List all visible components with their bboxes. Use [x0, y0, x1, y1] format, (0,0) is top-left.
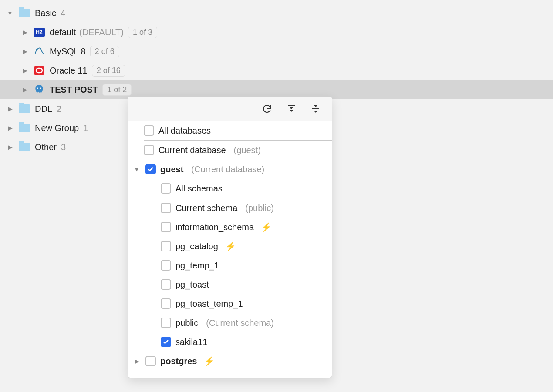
count-badge: 1 of 2	[102, 84, 132, 96]
checkbox[interactable]	[161, 222, 171, 232]
current-schema-row[interactable]: Current schema (public)	[128, 198, 332, 218]
row-label: public	[175, 318, 198, 328]
current-database-row[interactable]: Current database (guest)	[128, 141, 332, 160]
row-label: pg_temp_1	[175, 261, 219, 271]
checkbox[interactable]	[161, 241, 171, 251]
row-label: Current schema	[175, 203, 237, 213]
row-label: All schemas	[175, 184, 223, 194]
information-schema-row[interactable]: information_schema ⚡	[128, 218, 332, 237]
row-label: All databases	[158, 126, 211, 136]
popup-toolbar	[128, 97, 332, 121]
count-badge: 1 of 3	[128, 27, 157, 38]
lightning-icon: ⚡	[204, 356, 215, 366]
row-hint: (Current database)	[191, 164, 264, 174]
postgres-database-row[interactable]: ▶ postgres ⚡	[128, 352, 332, 371]
pg-catalog-row[interactable]: pg_catalog ⚡	[128, 237, 332, 256]
tree-item-mysql[interactable]: ▶ MySQL 8 2 of 6	[0, 42, 553, 61]
tree-label: TEST POST	[50, 85, 98, 95]
schema-selector-popup: All databases Current database (guest) ▼…	[128, 96, 332, 378]
chevron-right-icon[interactable]: ▶	[5, 123, 15, 133]
popup-list: All databases Current database (guest) ▼…	[128, 121, 332, 378]
lightning-icon: ⚡	[225, 241, 236, 251]
checkbox-checked[interactable]	[161, 337, 171, 347]
mysql-icon	[33, 45, 45, 57]
row-hint: (guest)	[234, 145, 261, 155]
collapse-all-icon[interactable]	[309, 102, 322, 115]
checkbox[interactable]	[161, 260, 171, 271]
chevron-right-icon[interactable]: ▶	[20, 85, 30, 94]
row-label: sakila11	[175, 337, 207, 347]
tree-label: MySQL 8	[50, 47, 86, 57]
tree-item-oracle[interactable]: ▶ Oracle 11 2 of 16	[0, 61, 553, 80]
tree-label: default	[50, 27, 76, 37]
checkbox[interactable]	[161, 318, 171, 328]
chevron-down-icon[interactable]: ▼	[5, 8, 15, 18]
item-count: 3	[61, 142, 66, 152]
row-label: pg_toast_temp_1	[175, 299, 243, 309]
pg-temp-1-row[interactable]: pg_temp_1	[128, 256, 332, 275]
row-label: postgres	[160, 356, 197, 366]
checkbox[interactable]	[144, 145, 154, 155]
folder-icon	[18, 122, 30, 134]
tree-item-default[interactable]: ▶ H2 default (DEFAULT) 1 of 3	[0, 23, 553, 42]
tree-label: Basic	[35, 8, 56, 18]
item-count: 4	[61, 8, 65, 18]
svg-point-3	[37, 87, 38, 89]
svg-point-4	[40, 87, 41, 89]
expand-all-icon[interactable]	[285, 102, 298, 115]
row-label: pg_toast	[175, 280, 209, 290]
pg-toast-temp-1-row[interactable]: pg_toast_temp_1	[128, 294, 332, 313]
svg-rect-5	[288, 105, 295, 106]
all-databases-row[interactable]: All databases	[128, 121, 332, 140]
row-hint: (public)	[245, 203, 274, 213]
item-count: 2	[57, 104, 61, 114]
svg-rect-1	[34, 66, 44, 75]
chevron-right-icon[interactable]: ▶	[20, 27, 30, 37]
svg-point-0	[36, 49, 37, 50]
chevron-right-icon[interactable]: ▶	[20, 66, 30, 75]
row-label: guest	[160, 164, 183, 174]
checkbox[interactable]	[145, 356, 156, 366]
pg-toast-row[interactable]: pg_toast	[128, 275, 332, 294]
chevron-right-icon[interactable]: ▶	[5, 142, 15, 152]
checkbox[interactable]	[161, 183, 171, 194]
tree-label: Other	[35, 142, 57, 152]
checkbox[interactable]	[161, 203, 171, 213]
lightning-icon: ⚡	[261, 222, 272, 232]
h2-icon: H2	[33, 26, 45, 38]
svg-rect-6	[312, 108, 319, 109]
folder-icon	[18, 103, 30, 115]
folder-icon	[18, 141, 30, 153]
refresh-icon[interactable]	[260, 102, 273, 115]
row-label: information_schema	[175, 222, 254, 232]
sakila-schema-row[interactable]: sakila11	[128, 332, 332, 352]
checkbox[interactable]	[161, 279, 171, 290]
public-schema-row[interactable]: public (Current schema)	[128, 313, 332, 332]
row-label: pg_catalog	[175, 241, 218, 251]
row-hint: (Current schema)	[206, 318, 274, 328]
folder-icon	[18, 7, 30, 19]
guest-database-row[interactable]: ▼ guest (Current database)	[128, 160, 332, 179]
chevron-right-icon[interactable]: ▶	[132, 358, 141, 365]
postgres-icon	[33, 84, 45, 96]
checkbox-checked[interactable]	[145, 164, 156, 174]
tree-label: New Group	[35, 123, 79, 133]
checkbox[interactable]	[161, 298, 171, 309]
tree-label: Oracle 11	[50, 66, 88, 76]
checkbox[interactable]	[144, 125, 154, 136]
row-label: Current database	[158, 145, 226, 155]
chevron-right-icon[interactable]: ▶	[20, 47, 30, 56]
tree-label: DDL	[35, 104, 52, 114]
all-schemas-row[interactable]: All schemas	[128, 179, 332, 198]
count-badge: 2 of 6	[90, 46, 119, 57]
count-badge: 2 of 16	[92, 65, 125, 77]
tree-item-basic[interactable]: ▼ Basic 4	[0, 3, 553, 23]
oracle-icon	[33, 64, 45, 77]
chevron-down-icon[interactable]: ▼	[132, 166, 141, 173]
item-count: 1	[83, 123, 88, 133]
chevron-right-icon[interactable]: ▶	[5, 104, 15, 114]
default-suffix: (DEFAULT)	[79, 27, 124, 37]
